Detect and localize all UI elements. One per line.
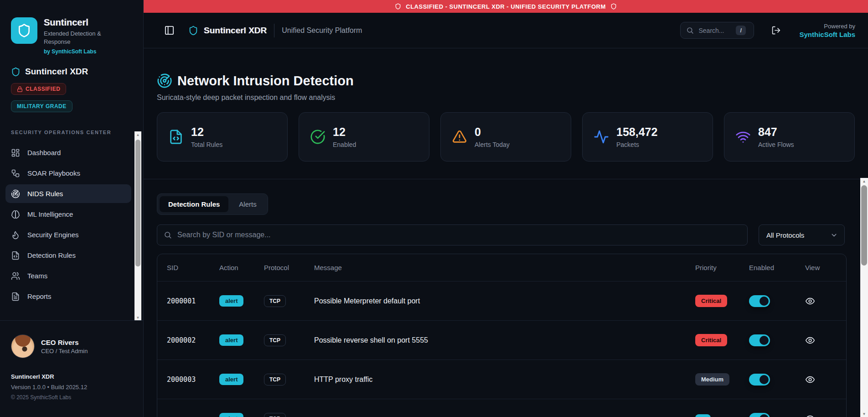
sidebar-item-label: Teams xyxy=(27,272,47,280)
eye-icon[interactable] xyxy=(805,335,815,345)
main-scrollbar[interactable]: ▲ ▼ xyxy=(860,178,868,417)
protocol-badge: TCP xyxy=(264,334,286,346)
stat-card-alerts-today: 0 Alerts Today xyxy=(440,112,571,162)
rule-sid: 2000003 xyxy=(167,375,219,384)
protocol-filter-select[interactable]: All Protocols xyxy=(759,224,845,245)
brand-block: Suntincerl Extended Detection & Response… xyxy=(0,0,143,55)
page-title: Network Intrusion Detection xyxy=(177,73,354,89)
flame-icon xyxy=(11,230,20,240)
sidebar-item-ml-intelligence[interactable]: ML Intelligence xyxy=(5,205,131,224)
rule-message: Possible Meterpreter default port xyxy=(314,297,695,305)
banner-text: CLASSIFIED - SUNTINCERL XDR - UNIFIED SE… xyxy=(406,3,605,10)
eye-icon[interactable] xyxy=(805,296,815,306)
stat-label: Enabled xyxy=(333,141,356,148)
sidebar-item-soar-playbooks[interactable]: SOAR Playbooks xyxy=(5,164,131,182)
sidebar-item-label: Reports xyxy=(27,292,52,300)
tab-bar: Detection Rules Alerts xyxy=(157,193,268,215)
page-subtitle: Suricata-style deep packet inspection an… xyxy=(157,94,868,102)
stat-card-enabled: 12 Enabled xyxy=(299,112,429,162)
header-subtitle: Unified Security Platform xyxy=(282,26,362,35)
product-name: Suntincerl XDR xyxy=(25,67,88,77)
stat-card-total-rules: 12 Total Rules xyxy=(157,112,288,162)
sidebar-item-label: SOAR Playbooks xyxy=(27,169,80,177)
filter-row: All Protocols xyxy=(157,224,854,245)
rule-search[interactable] xyxy=(157,224,748,245)
user-block[interactable]: CEO Rivers CEO / Test Admin xyxy=(0,320,143,358)
brand-subtitle: Extended Detection & Response xyxy=(44,30,112,46)
sidebar-scrollbar[interactable]: ▲ ▼ xyxy=(134,131,141,321)
app-logo xyxy=(11,17,37,44)
scroll-up-arrow[interactable]: ▲ xyxy=(860,178,868,184)
eye-icon[interactable] xyxy=(805,414,815,417)
protocol-badge: TCP xyxy=(264,295,286,307)
footer-version: Version 1.0.0 • Build 2025.12 xyxy=(11,384,87,391)
lock-icon xyxy=(17,86,23,92)
enabled-toggle[interactable] xyxy=(749,374,770,386)
radar-icon xyxy=(11,189,20,198)
page-content: Network Intrusion Detection Suricata-sty… xyxy=(144,48,868,417)
layout-dashboard-icon xyxy=(11,148,20,157)
scroll-down-arrow[interactable]: ▼ xyxy=(860,411,868,417)
scroll-up-arrow[interactable]: ▲ xyxy=(134,131,141,138)
enabled-toggle[interactable] xyxy=(749,413,770,417)
sidebar-item-label: NIDS Rules xyxy=(27,190,63,198)
enabled-toggle[interactable] xyxy=(749,295,770,307)
stat-card-packets: 158,472 Packets xyxy=(582,112,713,162)
sidebar-item-dashboard[interactable]: Dashboard xyxy=(5,143,131,162)
header-divider xyxy=(274,24,274,37)
global-search[interactable]: / xyxy=(680,22,754,39)
file-text-icon xyxy=(11,292,20,301)
shield-icon xyxy=(395,3,401,10)
military-grade-badge: MILITARY GRADE xyxy=(11,100,72,112)
classified-badge: CLASSIFIED xyxy=(11,83,66,95)
search-icon xyxy=(686,26,694,34)
panel-toggle-icon[interactable] xyxy=(164,25,175,36)
stat-card-active-flows: 847 Active Flows xyxy=(724,112,855,162)
global-search-input[interactable] xyxy=(698,27,731,34)
users-icon xyxy=(11,271,20,281)
sidebar-footer: Suntincerl XDR Version 1.0.0 • Build 202… xyxy=(11,373,87,401)
radar-icon xyxy=(157,73,172,89)
sidebar: Suntincerl Extended Detection & Response… xyxy=(0,0,144,417)
col-header-priority: Priority xyxy=(695,264,749,271)
scroll-down-arrow[interactable]: ▼ xyxy=(134,314,141,321)
header-title: Suntincerl XDR xyxy=(204,26,267,36)
classified-badge-label: CLASSIFIED xyxy=(26,86,60,92)
rule-search-input[interactable] xyxy=(177,231,741,239)
tab-alerts[interactable]: Alerts xyxy=(230,196,265,212)
action-badge: alert xyxy=(219,374,243,385)
table-row: alert TCP xyxy=(157,399,846,417)
sidebar-item-label: ML Intelligence xyxy=(27,210,73,218)
file-code-icon xyxy=(11,251,20,260)
search-shortcut-key: / xyxy=(736,26,746,35)
sidebar-item-detection-rules[interactable]: Detection Rules xyxy=(5,246,131,265)
search-icon xyxy=(164,231,172,239)
main-area: CLASSIFIED - SUNTINCERL XDR - UNIFIED SE… xyxy=(144,0,868,417)
sidebar-nav: SECURITY OPERATIONS CENTER Dashboard SOA… xyxy=(0,130,143,306)
powered-by-block: Powered by SynthicSoft Labs xyxy=(799,23,855,38)
alert-triangle-icon xyxy=(452,129,467,145)
stat-value: 0 xyxy=(475,125,510,139)
table-row: 2000001 alert TCP Possible Meterpreter d… xyxy=(157,281,846,320)
powered-by-label: Powered by xyxy=(799,23,855,30)
sidebar-item-teams[interactable]: Teams xyxy=(5,266,131,285)
logout-icon[interactable] xyxy=(771,26,781,35)
rules-table: SID Action Protocol Message Priority Ena… xyxy=(157,254,847,417)
chevron-down-icon xyxy=(830,231,838,239)
scrollbar-thumb[interactable] xyxy=(135,140,140,266)
enabled-toggle[interactable] xyxy=(749,334,770,346)
action-badge: alert xyxy=(219,295,243,307)
scrollbar-thumb[interactable] xyxy=(861,185,867,266)
sidebar-item-nids-rules[interactable]: NIDS Rules xyxy=(5,184,131,203)
sidebar-item-security-engines[interactable]: Security Engines xyxy=(5,225,131,244)
stat-label: Active Flows xyxy=(758,141,794,148)
rule-message: Possible reverse shell on port 5555 xyxy=(314,336,695,344)
eye-icon[interactable] xyxy=(805,375,815,385)
priority-badge: Critical xyxy=(695,334,727,346)
priority-badge: Medium xyxy=(695,373,729,386)
tab-detection-rules[interactable]: Detection Rules xyxy=(160,196,228,212)
top-header: Suntincerl XDR Unified Security Platform… xyxy=(144,13,868,48)
stat-value: 12 xyxy=(333,125,356,139)
sidebar-item-reports[interactable]: Reports xyxy=(5,287,131,306)
sidebar-item-label: Security Engines xyxy=(27,231,79,239)
